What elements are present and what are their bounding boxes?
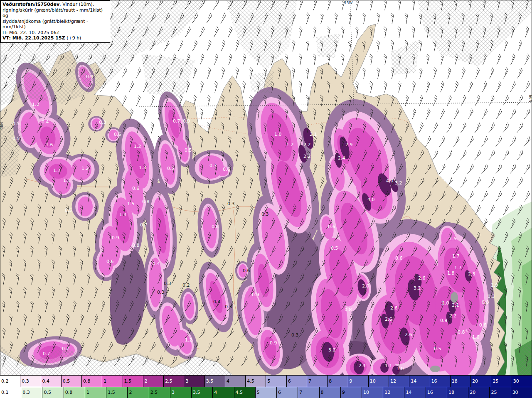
precip-value-label: 0.4 (153, 261, 160, 266)
colorbar-tick-label: 4.5 (236, 390, 243, 395)
colorbar-cell: 0.4 (41, 376, 62, 387)
colorbar-cell: 12 (383, 387, 404, 398)
precip-value-label: 0.4 (213, 299, 221, 305)
precip-value-label: 2.2 (449, 313, 457, 319)
colorbar-cell: 3 (170, 387, 192, 398)
colorbar-tick-label: 4 (227, 378, 229, 384)
colorbar-tick-label: 2.5 (150, 390, 158, 395)
precip-value-label: 0.3 (225, 304, 232, 310)
precip-value-label: 0.8 (142, 199, 150, 204)
latitude-label-right: 66N (528, 95, 532, 102)
precip-value-label: 3.2 (328, 347, 336, 353)
colorbar-tick-label: 25 (493, 378, 498, 384)
precip-value-label: 0.3 (488, 294, 495, 299)
colorbar-cell: 20 (468, 387, 490, 398)
colorbar-cell: 18 (451, 376, 471, 387)
colorbar-cell: 4 (225, 376, 246, 387)
colorbar-tick-label: 4.5 (247, 378, 254, 384)
colorbar-cell: 1.5 (123, 376, 143, 387)
colorbar-tick-label: 3 (172, 390, 175, 395)
precip-value-label: 4.0 (386, 178, 394, 184)
colorbar-cell: 20 (471, 376, 491, 387)
precip-value-label: 1.0 (442, 300, 449, 306)
precip-value-label: 0.6 (114, 132, 121, 137)
title-box: Veðurstofan/IS750dev: Vindur (10m), rign… (0, 0, 110, 43)
precip-value-label: 4.0 (367, 197, 375, 202)
colorbar-tick-label: 0.3 (22, 390, 30, 395)
colorbar-tick-label: 10 (370, 378, 376, 384)
title-line-1: Veðurstofan/IS750dev: Vindur (10m), (2, 2, 107, 7)
precip-value-label: 0.8 (132, 243, 140, 248)
colorbar-tick-label: 3 (185, 378, 188, 384)
colorbar-tick-label: 5 (267, 378, 270, 384)
colorbar-tick-label: 18 (448, 390, 454, 395)
colorbar-cell: 2.5 (164, 376, 184, 387)
precip-value-label: 0.8 (345, 307, 352, 312)
colorbar-cell: 3 (184, 376, 204, 387)
colorbar-tick-label: 14 (406, 390, 411, 395)
colorbar-tick-label: 7 (308, 378, 311, 384)
colorbar-tick-label: 2 (145, 378, 148, 384)
colorbar-tick-label: 9 (350, 378, 352, 384)
colorbar-cell: 0.8 (64, 387, 85, 398)
colorbar-tick-label: 8 (329, 378, 332, 384)
colorbar-tick-label: 1 (103, 378, 106, 384)
precip-value-label: 0.7 (173, 118, 180, 124)
colorbar-cell: 2 (143, 376, 164, 387)
precip-value-label: 2.6 (385, 317, 392, 322)
precip-value-label: 1.0 (397, 366, 404, 371)
colorbar-cell: 5 (266, 376, 286, 387)
precip-value-label: 0.9 (112, 235, 119, 241)
colorbar-cell: 25 (490, 387, 511, 398)
colorbar-cell: 8 (320, 387, 341, 398)
precip-value-label: 0.8 (212, 224, 219, 229)
colorbar-cell: 14 (409, 376, 430, 387)
colorbar-tick-label: 14 (411, 378, 416, 384)
precip-value-label: 1.1 (63, 178, 71, 183)
precip-value-label: 0.2 (182, 283, 190, 288)
precip-value-label: 0.9 (183, 118, 190, 124)
colorbar-tick-label: 0.8 (65, 390, 73, 395)
precip-value-label: 0.9 (270, 340, 277, 346)
precip-value-label: 0.9 (440, 318, 448, 323)
colorbar-tick-label: 30 (512, 390, 518, 395)
colorbar-tick-label: 10 (363, 390, 369, 395)
precip-value-label: 2.1 (452, 302, 459, 308)
meridian-label: 15W (344, 1, 352, 5)
precip-value-label: 2.2 (303, 142, 311, 147)
colorbar-tick-label: 16 (431, 378, 437, 384)
colorbar-tick-label: 12 (384, 390, 390, 395)
precip-value-label: 1.5 (449, 236, 457, 241)
colorbar-cell: 1 (85, 387, 106, 398)
precip-value-label: 0.6 (479, 322, 487, 328)
colorbar-cell: 30 (512, 376, 532, 387)
colorbar-cell: 18 (447, 387, 468, 398)
precip-value-label: 1.0 (274, 132, 282, 137)
precip-value-label: 1.2 (32, 102, 39, 107)
colorbar-cell: 0.2 (0, 376, 20, 387)
colorbar-cell: 0.8 (82, 376, 102, 387)
precip-value-label: 3.2 (395, 180, 402, 186)
colorbar-cell: 0.3 (21, 387, 42, 398)
colorbar-cell: 9 (341, 387, 362, 398)
precip-value-label: 0.6 (328, 224, 335, 229)
colorbar-rain: 0.10.30.50.811.522.533.544.5567891012141… (0, 387, 532, 398)
colorbar-cell: 7 (307, 376, 328, 387)
colorbar-cell: 1.5 (106, 387, 128, 398)
colorbar-cell: 16 (426, 387, 447, 398)
precip-value-label: 0.3 (261, 211, 269, 217)
colorbar-tick-label: 20 (470, 390, 475, 395)
colorbar-tick-label: 4 (214, 390, 217, 395)
colorbar-tick-label: 6 (278, 390, 281, 395)
colorbar-cell: 1 (102, 376, 123, 387)
precip-value-label: 2.1 (359, 363, 366, 369)
precip-value-label: 2.6 (405, 332, 412, 337)
precip-value-label: 2.6 (418, 275, 426, 281)
model-name: Veðurstofan/IS750dev (2, 2, 59, 7)
colorbar-cell: 7 (298, 387, 319, 398)
map-canvas: 0.41.20.50.40.30.51.60.60.70.91.02.11.22… (0, 0, 532, 375)
weather-map-app: 0.41.20.50.40.30.51.60.60.70.91.02.11.22… (0, 0, 532, 398)
colorbar-cell: 25 (491, 376, 512, 387)
precip-value-label: 0.7 (62, 346, 69, 351)
colorbar-cell: 9 (348, 376, 369, 387)
